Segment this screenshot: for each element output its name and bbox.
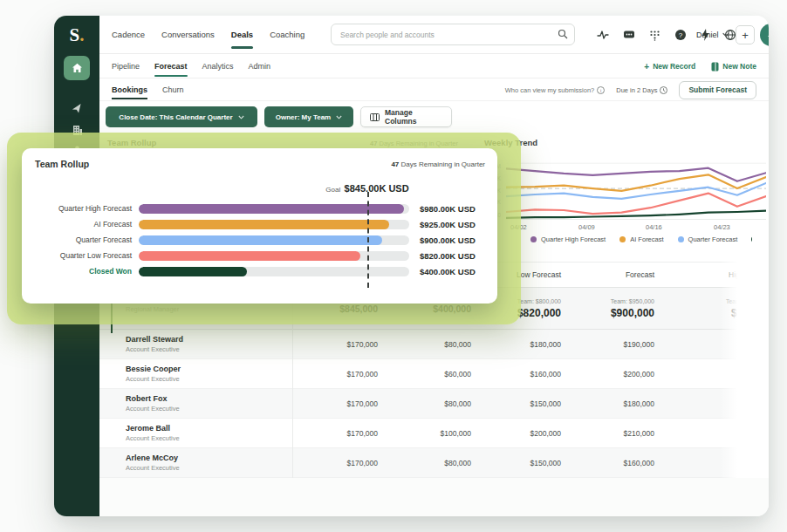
user-menu[interactable]: Daniel [696,16,729,54]
chat-icon[interactable] [623,29,635,41]
row-value-cell: $150,000 [482,399,571,408]
row-name: Darrell Steward [126,335,292,344]
table-row[interactable]: Bessie CooperAccount Executive$170,000$6… [99,359,737,389]
card-title: Team Rollup [35,159,89,169]
row-role: Account Executive [126,375,292,383]
row-name-cell: Darrell StewardAccount Executive [99,335,292,353]
close-date-label: Close Date: This Calendar Quarter [119,113,232,121]
new-note-label: New Note [722,62,756,71]
row-value-cell: $170,000 [292,459,388,467]
row-value-cell: $170,000 [292,429,388,438]
who-can-view-link[interactable]: Who can view my submission? i [505,86,606,94]
team-rollup-card: Team Rollup 47 Days Remaining in Quarter… [22,148,497,304]
submit-forecast-button[interactable]: Submit Forecast [679,81,756,99]
new-record-label: New Record [653,62,695,71]
row-name: Bessie Cooper [126,365,292,373]
forecast-bar: Bookings Churn Who can view my submissio… [99,78,769,101]
new-record-button[interactable]: + New Record [644,62,695,72]
row-role: Account Executive [126,464,292,472]
trend-x-tick: 04/16 [646,223,662,231]
tab-admin[interactable]: Admin [249,54,271,78]
legend-item[interactable]: Closed Won [751,234,752,244]
row-value-cell: $170,000 [292,399,388,408]
row-name-cell: Arlene McCoyAccount Executive [99,454,292,472]
app-logo[interactable]: S. [54,24,99,46]
tab-analytics[interactable]: Analytics [202,54,234,78]
rollup-bar-fill [139,204,404,214]
manage-columns-button[interactable]: Manage Columns [360,106,452,127]
legend-item[interactable]: Quarter Forecast [678,234,738,244]
rollup-bar-value: $980.00K USD [420,204,476,214]
home-icon [72,63,83,73]
legend-item[interactable]: AI Forecast [619,234,663,244]
row-value-cell: $160,000 [482,370,571,379]
activity-icon[interactable] [597,29,609,41]
due-date-label: Due in 2 Days [616,86,657,94]
rollup-bar-fill [139,220,389,229]
plus-icon: + [644,62,649,72]
trend-line-quarter-high-forecast [506,168,766,181]
help-icon[interactable]: ? [674,29,687,41]
rollup-bar-value: $925.00K USD [420,220,476,229]
new-note-button[interactable]: New Note [711,62,756,72]
tab-bookings[interactable]: Bookings [112,78,147,101]
row-name: Jerome Ball [126,424,292,433]
table-row[interactable]: Robert FoxAccount Executive$170,000$80,0… [99,389,737,419]
row-role: Account Executive [126,345,292,353]
table-row[interactable]: Jerome BallAccount Executive$170,000$100… [99,419,737,448]
table-row[interactable]: Arlene McCoyAccount Executive$170,000$80… [99,448,737,478]
send-button[interactable] [760,24,769,46]
row-role: Account Executive [126,434,292,442]
rollup-bar-row: Quarter Low Forecast$820.00K USD [34,248,488,263]
tab-pipeline[interactable]: Pipeline [112,54,140,78]
note-icon [711,62,719,72]
row-value-cell: $100,000 [388,429,482,438]
rollup-bar-row: Closed Won$400.00K USD [34,263,488,279]
tab-churn[interactable]: Churn [162,78,184,101]
row-role: Account Executive [126,405,292,413]
filter-bar: Close Date: This Calendar Quarter Owner:… [99,101,769,133]
legend-label: AI Forecast [630,235,663,243]
sidebar-item-rocket[interactable] [67,99,86,117]
global-search [331,24,575,45]
search-icon [558,29,568,39]
sidebar-item-home[interactable] [64,56,90,80]
owner-filter[interactable]: Owner: My Team [264,106,353,127]
clock-icon [660,86,667,94]
rocket-icon [71,102,83,114]
rollup-bar-row: Quarter High Forecast$980.00K USD [34,201,488,216]
close-date-filter[interactable]: Close Date: This Calendar Quarter [106,106,257,127]
row-value-cell: $160,000 [571,459,665,467]
rollup-bar-label: Quarter High Forecast [34,204,132,213]
legend-dot-icon [530,236,537,242]
table-header-cell: Forecast [571,270,665,279]
due-date: Due in 2 Days [616,86,667,94]
table-row[interactable]: Darrell StewardAccount Executive$170,000… [99,330,737,359]
tab-conversations[interactable]: Conversations [161,16,215,54]
tab-forecast[interactable]: Forecast [154,54,188,78]
svg-text:i: i [600,87,601,92]
tab-coaching[interactable]: Coaching [270,16,305,54]
row-name-cell: Jerome BallAccount Executive [99,424,292,442]
dialer-icon[interactable] [649,30,660,41]
owner-filter-label: Owner: My Team [276,113,331,121]
row-value-cell: $200,000 [482,429,571,438]
row-name: Arlene McCoy [126,454,292,462]
row-value-cell: $80,000 [388,399,482,408]
search-input[interactable] [331,24,575,45]
tab-cadence[interactable]: Cadence [112,16,145,54]
add-button[interactable]: + [736,25,755,44]
tab-deals[interactable]: Deals [231,16,253,54]
legend-item[interactable]: Quarter High Forecast [530,234,606,244]
row-name: Robert Fox [126,394,292,403]
rollup-bar-fill [139,251,360,261]
row-name-cell: Bessie CooperAccount Executive [99,365,292,383]
trend-x-tick: 04/23 [714,223,730,231]
chevron-down-icon [722,32,729,38]
trend-x-tick: 04/09 [578,223,595,231]
rollup-bar-label: Quarter Forecast [34,235,132,244]
weekly-trend-chart [506,160,766,220]
top-nav: Cadence Conversations Deals Coaching ? D… [99,16,769,54]
manage-columns-label: Manage Columns [385,108,442,126]
summary-forecast: Team: $950,000$900,000 [571,298,665,319]
